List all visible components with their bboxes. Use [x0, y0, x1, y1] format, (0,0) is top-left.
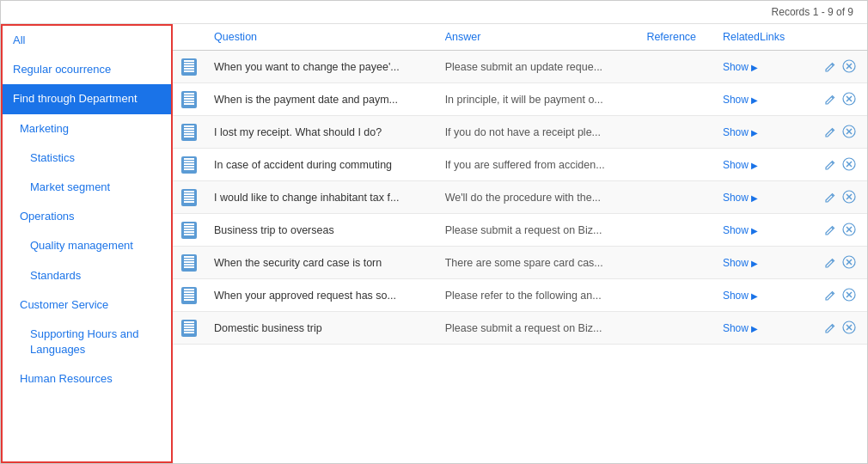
edit-button[interactable] [821, 188, 840, 207]
action-cell [804, 279, 867, 312]
doc-icon [181, 254, 197, 272]
sidebar-item-find-through-department[interactable]: Find through Department [3, 84, 171, 113]
related-links-cell[interactable]: Show [714, 247, 804, 279]
answer-cell: There are some spare card cas... [437, 247, 639, 279]
question-cell: In case of accident during commuting [205, 149, 437, 181]
col-icon [173, 24, 205, 51]
show-link[interactable]: Show [723, 290, 758, 302]
sidebar-item-quality-management[interactable]: Quality management [3, 231, 171, 260]
related-links-cell[interactable]: Show [714, 51, 804, 83]
related-links-cell[interactable]: Show [714, 312, 804, 345]
doc-icon [181, 287, 197, 304]
delete-button[interactable] [840, 89, 859, 108]
edit-button[interactable] [821, 58, 840, 76]
delete-button[interactable] [840, 318, 859, 337]
sidebar-item-human-resources[interactable]: Human Resources [3, 364, 171, 394]
reference-cell [638, 149, 714, 181]
action-cell [804, 83, 867, 116]
sidebar-item-marketing[interactable]: Marketing [3, 114, 171, 143]
sidebar-item-supporting-hours[interactable]: Supporting Hours and Languages [3, 320, 171, 364]
edit-button[interactable] [821, 253, 840, 272]
show-link[interactable]: Show [723, 257, 758, 269]
sidebar-item-market-segment[interactable]: Market segment [3, 173, 171, 202]
delete-button[interactable] [840, 253, 859, 272]
reference-cell [638, 247, 714, 279]
delete-button[interactable] [840, 285, 859, 304]
reference-cell [638, 312, 714, 345]
doc-icon-cell [173, 149, 205, 181]
edit-button[interactable] [821, 319, 840, 338]
action-cell [804, 149, 867, 181]
edit-button[interactable] [821, 123, 840, 142]
doc-icon [181, 222, 197, 239]
doc-icon [181, 58, 197, 76]
question-cell: When your approved request has so... [205, 279, 437, 312]
table-area: Question Answer Reference RelatedLinks W… [173, 24, 867, 463]
doc-icon-cell [173, 83, 205, 116]
show-link[interactable]: Show [723, 322, 758, 334]
related-links-cell[interactable]: Show [714, 181, 804, 214]
action-cell [804, 116, 867, 149]
sidebar-item-operations[interactable]: Operations [3, 202, 171, 231]
delete-button[interactable] [840, 155, 859, 174]
answer-cell: In principle, it will be payment o... [437, 83, 639, 116]
question-cell: When you want to change the payee'... [205, 51, 437, 83]
main-area: AllRegular ocourrenceFind through Depart… [1, 24, 867, 463]
delete-button[interactable] [840, 187, 859, 206]
faq-table: Question Answer Reference RelatedLinks W… [173, 24, 867, 345]
show-link[interactable]: Show [723, 126, 758, 138]
related-links-cell[interactable]: Show [714, 116, 804, 149]
related-links-cell[interactable]: Show [714, 279, 804, 312]
action-cell [804, 214, 867, 247]
reference-cell [638, 83, 714, 116]
answer-cell: If you do not have a receipt ple... [437, 116, 639, 149]
reference-cell [638, 181, 714, 214]
doc-icon-cell [173, 116, 205, 149]
delete-button[interactable] [840, 122, 859, 141]
sidebar-item-standards[interactable]: Standards [3, 261, 171, 290]
related-links-cell[interactable]: Show [714, 214, 804, 247]
doc-icon-cell [173, 51, 205, 83]
table-row: Domestic business tripPlease submit a re… [173, 312, 867, 345]
reference-cell [638, 116, 714, 149]
show-link[interactable]: Show [723, 192, 758, 204]
answer-cell: Please submit a request on Biz... [437, 214, 639, 247]
records-bar: Records 1 - 9 of 9 [1, 1, 867, 24]
edit-button[interactable] [821, 90, 840, 109]
table-row: When you want to change the payee'...Ple… [173, 51, 867, 83]
show-link[interactable]: Show [723, 61, 758, 73]
sidebar-item-customer-service[interactable]: Customer Service [3, 290, 171, 320]
edit-button[interactable] [821, 221, 840, 240]
question-cell: I would like to change inhabitant tax f.… [205, 181, 437, 214]
doc-icon-cell [173, 279, 205, 312]
show-link[interactable]: Show [723, 224, 758, 236]
sidebar: AllRegular ocourrenceFind through Depart… [1, 24, 173, 463]
related-links-cell[interactable]: Show [714, 149, 804, 181]
question-cell: I lost my receipt. What should I do? [205, 116, 437, 149]
answer-cell: We'll do the procedure with the... [437, 181, 639, 214]
delete-button[interactable] [840, 57, 859, 76]
question-cell: Business trip to overseas [205, 214, 437, 247]
table-row: In case of accident during commutingIf y… [173, 149, 867, 181]
question-cell: When the security card case is torn [205, 247, 437, 279]
sidebar-item-statistics[interactable]: Statistics [3, 143, 171, 173]
col-actions [804, 24, 867, 51]
doc-icon-cell [173, 214, 205, 247]
doc-icon [181, 156, 197, 174]
sidebar-item-regular-occurrence[interactable]: Regular ocourrence [3, 55, 171, 84]
edit-button[interactable] [821, 286, 840, 305]
edit-button[interactable] [821, 156, 840, 174]
action-cell [804, 51, 867, 83]
delete-button[interactable] [840, 220, 859, 239]
main-container: Records 1 - 9 of 9 AllRegular ocourrence… [0, 0, 868, 464]
doc-icon [181, 189, 197, 206]
related-links-cell[interactable]: Show [714, 83, 804, 116]
doc-icon [181, 320, 197, 337]
show-link[interactable]: Show [723, 159, 758, 171]
show-link[interactable]: Show [723, 94, 758, 106]
sidebar-item-all[interactable]: All [3, 26, 171, 55]
doc-icon-cell [173, 247, 205, 279]
doc-icon-cell [173, 181, 205, 214]
action-cell [804, 181, 867, 214]
table-row: I lost my receipt. What should I do?If y… [173, 116, 867, 149]
